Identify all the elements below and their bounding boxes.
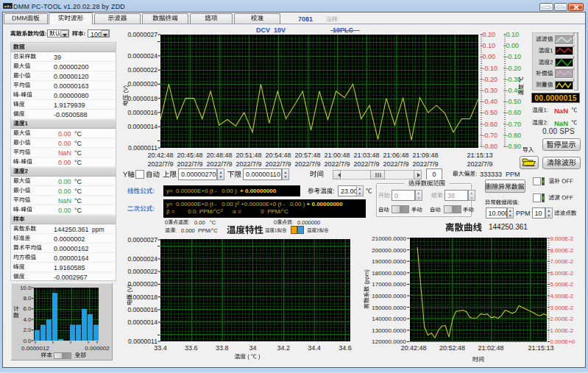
svg-text:21:02:48: 21:02:48 [478,344,503,352]
svg-text:8.000E-2: 8.000E-2 [550,247,574,254]
svg-text:-0.90: -0.90 [506,143,522,150]
svg-text:0.0000018: 0.0000018 [127,294,157,301]
svg-text:2.000E-2: 2.000E-2 [550,316,574,322]
svg-text:6.0: 6.0 [23,305,32,312]
svg-text:0.000002: 0.000002 [85,345,110,352]
svg-text:0.0000024: 0.0000024 [127,255,157,263]
svg-text:0.0000014: 0.0000014 [127,319,157,326]
svg-text:0.0000011: 0.0000011 [128,144,157,152]
svg-text:0.00: 0.00 [506,42,520,49]
svg-text:21:15:13: 21:15:13 [467,152,492,159]
svg-text:34.4: 34.4 [308,344,321,352]
svg-text:20:42:48: 20:42:48 [147,152,173,159]
svg-text:160000.0000: 160000.0000 [372,293,406,299]
svg-text:21:09:48: 21:09:48 [412,152,438,159]
svg-text:210000.0000: 210000.0000 [372,235,406,242]
svg-text:-0.30: -0.30 [483,87,498,94]
svg-text:0.0000011: 0.0000011 [128,338,157,345]
svg-text:-0.60: -0.60 [483,121,498,128]
svg-text:0.0000018: 0.0000018 [127,95,157,102]
svg-text:-0.20: -0.20 [483,76,498,83]
svg-text:34.2: 34.2 [277,344,291,352]
svg-text:34: 34 [249,344,256,352]
svg-text:-0.50: -0.50 [483,109,498,116]
svg-text:33.4: 33.4 [154,344,167,352]
svg-text:2022/7/9: 2022/7/9 [294,160,320,168]
svg-text:20:54:48: 20:54:48 [265,152,291,159]
svg-text:2.0: 2.0 [23,327,32,333]
svg-text:-0.70: -0.70 [506,121,522,128]
svg-text:0.0000012: 0.0000012 [21,345,49,352]
svg-text:20:52:48: 20:52:48 [439,344,465,352]
svg-text:20:57:48: 20:57:48 [294,152,320,159]
svg-text:0.0000014: 0.0000014 [127,123,157,130]
svg-text:0.0000022: 0.0000022 [127,66,157,74]
svg-text:150000.0000: 150000.0000 [372,305,406,311]
svg-text:2022/7/9: 2022/7/9 [265,160,291,168]
svg-text:170000.0000: 170000.0000 [372,281,406,288]
svg-text:34.6: 34.6 [339,344,352,352]
svg-text:6.000E-2: 6.000E-2 [550,270,574,277]
svg-text:21:00:48: 21:00:48 [324,152,350,159]
svg-text:2022/7/9: 2022/7/9 [147,160,173,168]
svg-text:0.0000027: 0.0000027 [127,31,157,38]
svg-text:0.0000016: 0.0000016 [127,109,157,116]
svg-text:-0.10: -0.10 [483,65,498,72]
svg-text:2022/7/9: 2022/7/9 [235,160,261,168]
svg-text:-0.20: -0.20 [506,65,522,72]
svg-text:20:42:48: 20:42:48 [400,344,426,352]
svg-text:20:45:48: 20:45:48 [177,152,202,159]
svg-text:-0.40: -0.40 [506,87,522,94]
svg-text:-0.80: -0.80 [506,132,522,139]
svg-text:0.10: 0.10 [483,42,496,49]
svg-text:0.0000024: 0.0000024 [127,52,157,60]
svg-text:33.6: 33.6 [185,344,198,352]
svg-text:10.0: 10.0 [20,285,32,291]
svg-text:1.000E-2: 1.000E-2 [550,327,574,334]
svg-text:2022/7/9: 2022/7/9 [467,160,492,168]
svg-text:20:51:48: 20:51:48 [235,152,261,159]
svg-text:2022/7/9: 2022/7/9 [324,160,350,168]
svg-text:-0.10: -0.10 [506,53,522,60]
svg-text:4.0: 4.0 [23,316,32,323]
svg-text:140000.0000: 140000.0000 [372,316,406,322]
svg-text:-0.70: -0.70 [483,132,498,139]
svg-text:2022/7/9: 2022/7/9 [412,160,438,168]
svg-text:7.000E-2: 7.000E-2 [550,258,574,265]
svg-text:-0.40: -0.40 [483,98,498,105]
svg-text:20:48:48: 20:48:48 [206,152,232,159]
svg-text:2022/7/9: 2022/7/9 [383,160,408,168]
svg-text:33.8: 33.8 [216,344,229,352]
svg-text:2022/7/9: 2022/7/9 [206,160,232,168]
svg-text:4.000E-2: 4.000E-2 [550,293,574,299]
svg-text:0.00: 0.00 [483,53,496,60]
svg-text:3.000E-2: 3.000E-2 [550,305,574,311]
svg-text:0.10: 0.10 [506,31,520,38]
svg-text:0.0000027: 0.0000027 [127,236,157,244]
svg-text:0.0: 0.0 [23,338,32,344]
svg-text:190000.0000: 190000.0000 [372,258,406,265]
svg-text:21:03:48: 21:03:48 [353,152,379,159]
svg-text:0.20: 0.20 [483,31,496,38]
svg-text:21:06:48: 21:06:48 [383,152,408,159]
svg-text:21:15:13: 21:15:13 [528,344,553,352]
svg-text:180000.0000: 180000.0000 [372,270,406,277]
svg-text:9.000E-2: 9.000E-2 [550,235,574,242]
svg-text:2022/7/9: 2022/7/9 [177,160,202,168]
svg-text:0.0000022: 0.0000022 [127,268,157,275]
svg-text:0.0000020: 0.0000020 [127,280,157,288]
svg-text:0.0000020: 0.0000020 [127,80,157,88]
svg-text:200000.0000: 200000.0000 [372,247,406,254]
svg-text:-0.60: -0.60 [506,109,522,116]
svg-text:-0.30: -0.30 [506,76,522,83]
svg-text:0.000E+0: 0.000E+0 [550,338,575,345]
svg-text:2022/7/9: 2022/7/9 [353,160,379,168]
svg-text:8.0: 8.0 [23,295,32,302]
svg-text:5.000E-2: 5.000E-2 [550,281,574,288]
svg-text:0.0000016: 0.0000016 [127,306,157,313]
svg-text:130000.0000: 130000.0000 [372,327,406,334]
svg-text:-0.80: -0.80 [483,143,498,150]
svg-text:-0.50: -0.50 [506,98,522,105]
